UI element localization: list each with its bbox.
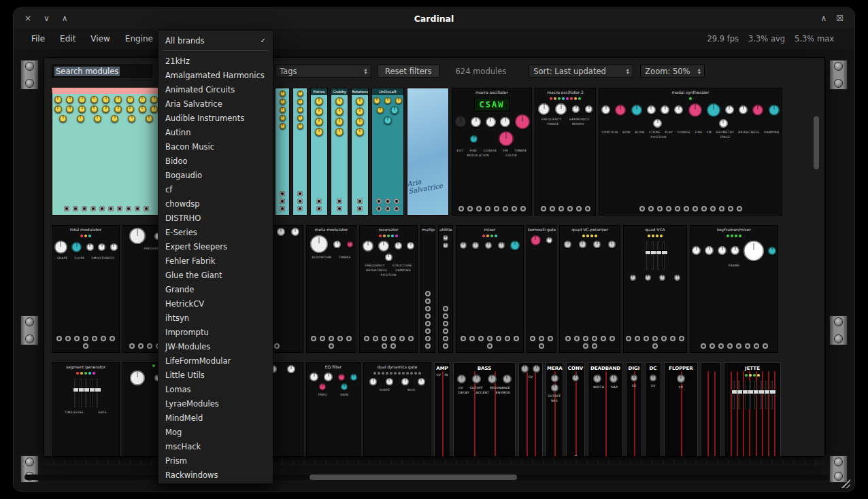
jack-port[interactable] [487,336,493,341]
knob[interactable] [661,105,669,114]
knob[interactable] [631,375,637,381]
module-card-deadband[interactable]: DEADBANDWIDTHGAP [588,362,623,457]
brand-menu-item-aria-salvatrice[interactable]: Aria Salvatrice [158,97,273,111]
jack-port[interactable] [394,199,399,204]
knob[interactable] [369,378,377,385]
slider[interactable] [80,379,82,407]
jack-port[interactable] [83,336,88,341]
module-card-mixer[interactable]: mixer [456,225,524,353]
jack-port[interactable] [692,206,698,211]
brand-menu-item-rackwindows[interactable]: Rackwindows [158,468,273,482]
jack-port[interactable] [639,206,645,211]
brand-menu-item-grande[interactable]: Grande [158,282,273,296]
knob[interactable] [725,105,734,114]
collapse-icon[interactable]: ∧ [820,14,827,23]
chevron-up-icon[interactable]: ∧ [62,14,68,23]
jack-port[interactable] [727,343,733,349]
jack-port[interactable] [147,343,152,349]
horizontal-scrollbar[interactable] [310,475,517,480]
knob[interactable] [315,118,323,126]
jack-port[interactable] [601,336,606,341]
knob[interactable] [521,365,529,373]
module-card-dual-dynamics-gate[interactable]: dual dynamics gateSHAPEMOD [363,362,431,457]
jack-port[interactable] [83,343,88,349]
knob[interactable] [102,96,110,103]
knob[interactable] [564,241,571,248]
jack-port[interactable] [469,336,475,341]
jack-port[interactable] [408,336,414,341]
knob[interactable] [390,106,399,114]
knob[interactable] [615,105,626,116]
chevron-down-icon[interactable]: ∨ [44,14,50,23]
slider[interactable] [652,241,654,270]
jack-port[interactable] [117,206,122,211]
knob[interactable] [297,107,303,113]
menubar-item-view[interactable]: View [90,34,110,44]
knob[interactable] [139,96,146,103]
knob[interactable] [356,107,364,116]
knob[interactable] [533,365,540,373]
jack-port[interactable] [425,343,431,349]
knob[interactable] [499,131,514,146]
brand-menu-item-cf[interactable]: cf [158,182,273,196]
jack-port[interactable] [399,336,405,341]
brand-menu-item-little-utils[interactable]: Little Utils [158,368,273,382]
slider[interactable] [646,241,648,270]
jack-port[interactable] [390,336,396,341]
module-card-tidal-modulator[interactable]: tidal modulatorSHAPESLOPESMOOTHNESS [52,225,120,353]
knob[interactable] [150,96,158,103]
slider[interactable] [85,379,87,407]
knob[interactable] [752,105,763,116]
brand-menu-item-e-series[interactable]: E-Series [158,225,273,239]
knob[interactable] [297,123,303,129]
knob[interactable] [739,105,748,114]
jack-port[interactable] [675,206,680,211]
slider[interactable] [771,381,773,409]
jack-port[interactable] [679,336,684,341]
jack-port[interactable] [316,206,322,211]
jack-port[interactable] [425,298,431,304]
jack-port[interactable] [539,343,544,349]
brand-menu-item-mog[interactable]: Mog [158,425,273,439]
knob[interactable] [503,375,512,383]
knob[interactable] [315,97,323,105]
knob[interactable] [601,105,610,114]
knob[interactable] [472,242,479,249]
knob[interactable] [129,228,146,244]
jack-port[interactable] [82,206,87,211]
module-card-dc[interactable]: DCCV [645,362,661,457]
module-card-rotatoes[interactable]: Rotatoes [351,88,369,216]
jack-port[interactable] [135,206,140,211]
knob[interactable] [659,275,665,281]
knob[interactable] [555,103,567,115]
jack-port[interactable] [661,336,667,341]
slider[interactable] [738,381,740,409]
slider[interactable] [74,379,76,407]
knob[interactable] [356,97,364,105]
jack-port[interactable] [520,206,526,211]
menubar-item-engine[interactable]: Engine [125,34,153,44]
jack-port[interactable] [701,206,707,211]
jack-port[interactable] [736,343,741,349]
jack-port[interactable] [126,206,131,211]
jack-port[interactable] [297,199,303,204]
brand-menu-item-21khz[interactable]: 21kHz [158,54,273,68]
knob[interactable] [297,90,303,97]
jack-port[interactable] [592,343,597,349]
jack-port[interactable] [550,206,555,211]
knob[interactable] [373,97,380,104]
knob[interactable] [593,375,601,383]
knob[interactable] [454,116,467,128]
knob[interactable] [551,375,558,382]
jack-port[interactable] [565,336,571,341]
jack-port[interactable] [754,343,759,349]
jack-port[interactable] [337,199,342,204]
jack-port[interactable] [737,206,742,211]
knob[interactable] [333,241,341,248]
jack-port[interactable] [92,336,97,341]
jack-port[interactable] [567,206,573,211]
jack-port[interactable] [274,343,280,349]
knob[interactable] [66,105,73,113]
knob[interactable] [77,115,84,122]
module-card-bass[interactable]: BASSCVCUTOFFRESONANCEDECAYACCENTENVMOD [453,362,516,457]
